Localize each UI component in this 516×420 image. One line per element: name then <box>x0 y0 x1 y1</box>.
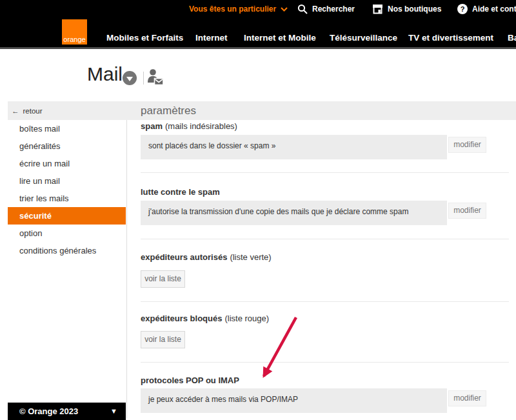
section-title-expediteurs-bloques: expéditeurs bloqués(liste rouge) <box>141 314 269 323</box>
search-icon <box>297 4 308 14</box>
section-title-bold: lutte contre le spam <box>141 187 220 197</box>
section-divider <box>141 301 509 302</box>
main-nav: orange Mobiles et Forfaits Internet Inte… <box>0 18 516 49</box>
sidebar-item-generalites[interactable]: généralités <box>8 137 126 155</box>
shop-icon <box>372 4 383 14</box>
nav-item-telesurveillance[interactable]: Télésurveillance <box>330 33 397 43</box>
view-red-list-button[interactable]: voir la liste <box>141 331 185 348</box>
footer-bar: © Orange 2023 ▼ <box>8 403 126 420</box>
audience-label: Vous êtes un particulier <box>189 5 276 14</box>
view-green-list-button[interactable]: voir la liste <box>141 270 185 288</box>
contact-mail-icon[interactable] <box>147 68 164 87</box>
page-title: Mail <box>87 63 123 85</box>
section-divider <box>141 239 509 239</box>
chevron-down-icon <box>281 7 288 12</box>
chevron-down-icon <box>126 77 133 81</box>
audience-selector[interactable]: Vous êtes un particulier <box>189 0 288 18</box>
orange-logo[interactable]: orange <box>62 19 87 45</box>
section-band: ← retour paramètres <box>8 101 516 120</box>
sidebar-content-divider <box>126 120 127 418</box>
copyright-text: © Orange 2023 <box>19 403 78 420</box>
search-button[interactable]: Rechercher <box>297 0 355 18</box>
settings-sidebar: boîtes mail généralités écrire un mail l… <box>8 120 126 259</box>
sidebar-item-option[interactable]: option <box>8 225 126 242</box>
sidebar-item-boites-mail[interactable]: boîtes mail <box>8 120 126 137</box>
section-title-bold: expéditeurs bloqués <box>141 314 222 323</box>
orange-logo-text: orange <box>62 35 87 43</box>
search-label: Rechercher <box>312 5 355 14</box>
nav-item-banque[interactable]: Banque <box>508 33 516 43</box>
back-label: retour <box>23 107 43 115</box>
sidebar-item-trier-les-mails[interactable]: trier les mails <box>8 190 126 207</box>
section-title-bold: spam <box>141 121 163 131</box>
sidebar-item-lire-un-mail[interactable]: lire un mail <box>8 172 126 190</box>
help-label: Aide et contact <box>472 5 516 14</box>
settings-title: paramètres <box>141 101 196 120</box>
sidebar-item-conditions-generales[interactable]: conditions générales <box>8 242 126 259</box>
section-subtitle: (mails indésirables) <box>165 121 237 131</box>
nav-item-internet[interactable]: Internet <box>195 33 228 43</box>
section-divider <box>141 172 509 173</box>
footer-caret-icon[interactable]: ▼ <box>110 403 117 420</box>
shops-button[interactable]: Nos boutiques <box>372 0 441 18</box>
back-button[interactable]: ← retour <box>12 101 43 120</box>
lutte-spam-setting-value: j'autorise la transmission d'une copie d… <box>141 201 447 225</box>
shops-label: Nos boutiques <box>388 5 441 14</box>
section-divider <box>141 362 509 363</box>
left-arrow-icon: ← <box>12 107 19 115</box>
nav-item-mobiles-et-forfaits[interactable]: Mobiles et Forfaits <box>106 33 183 43</box>
header-divider <box>143 72 144 85</box>
section-subtitle: (liste verte) <box>230 252 271 262</box>
section-title-bold: protocoles POP ou IMAP <box>141 375 239 385</box>
section-title-lutte-spam: lutte contre le spam <box>141 187 220 197</box>
spam-setting-value: sont placés dans le dossier « spam » <box>141 135 447 159</box>
top-utility-bar: Vous êtes un particulier Rechercher Nos … <box>0 0 516 18</box>
modify-spam-button[interactable]: modifier <box>448 137 486 153</box>
section-title-protocoles-pop-imap: protocoles POP ou IMAP <box>141 375 239 385</box>
section-subtitle: (liste rouge) <box>224 314 269 323</box>
help-button[interactable]: ? Aide et contact <box>457 0 516 18</box>
section-title-spam: spam(mails indésirables) <box>141 121 237 131</box>
help-icon: ? <box>457 4 468 14</box>
sidebar-item-securite[interactable]: sécurité <box>8 207 126 225</box>
pop-imap-setting-value: je peux accéder à mes mails via POP/IMAP <box>141 388 447 413</box>
section-title-bold: expéditeurs autorisés <box>141 252 227 262</box>
sidebar-item-ecrire-un-mail[interactable]: écrire un mail <box>8 155 126 172</box>
mail-dropdown-button[interactable] <box>123 71 137 85</box>
modify-lutte-spam-button[interactable]: modifier <box>448 203 486 219</box>
section-title-expediteurs-autorises: expéditeurs autorisés(liste verte) <box>141 252 272 262</box>
nav-item-internet-et-mobile[interactable]: Internet et Mobile <box>244 33 316 43</box>
modify-pop-imap-button[interactable]: modifier <box>448 390 486 406</box>
nav-item-tv-divertissement[interactable]: TV et divertissement <box>408 33 493 43</box>
